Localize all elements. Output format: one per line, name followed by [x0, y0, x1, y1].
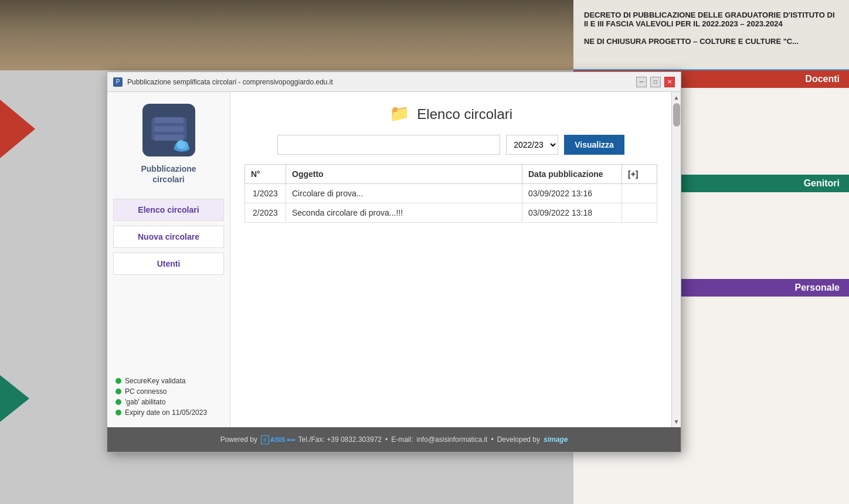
table-row[interactable]: 2/2023 Seconda circolare di prova...!!! …: [245, 203, 657, 223]
status-expiry: Expiry date on 11/05/2023: [116, 408, 222, 417]
cell-data: 03/09/2022 13:16: [522, 184, 622, 203]
col-header-data: Data pubblicazione: [522, 165, 622, 184]
cell-oggetto: Circolare di prova...: [286, 184, 522, 203]
icon-drawer-1: [154, 117, 184, 123]
table-header-row: N° Oggetto Data pubblicazione [+]: [245, 165, 657, 184]
circolari-table: N° Oggetto Data pubblicazione [+] 1/2023…: [244, 164, 657, 223]
svg-point-3: [176, 140, 185, 149]
scroll-thumb[interactable]: [673, 103, 680, 127]
status-section: SecureKey validata PC connesso 'gab' abi…: [107, 366, 230, 427]
cell-plus[interactable]: [622, 203, 657, 223]
cell-data: 03/09/2022 13:18: [522, 203, 622, 223]
separator: •: [491, 435, 493, 444]
status-dot-gab: [116, 399, 121, 405]
scrollbar[interactable]: ▲ ▼: [671, 92, 681, 427]
maximize-button[interactable]: □: [650, 77, 661, 87]
background-top-photo: [0, 0, 575, 70]
page-title: Elenco circolari: [417, 106, 512, 122]
status-securekey: SecureKey validata: [116, 377, 222, 385]
right-top-banner-bg: DECRETO DI PUBBLICAZIONE DELLE GRADUATOR…: [573, 0, 849, 70]
status-dot-expiry: [116, 410, 121, 416]
app-favicon: P: [113, 77, 123, 87]
modal-body: Pubblicazione circolari Elenco circolari…: [107, 92, 681, 427]
email-address: info@asisinformatica.it: [417, 435, 488, 444]
minimize-button[interactable]: ─: [636, 77, 647, 87]
status-gab: 'gab' abilitato: [116, 398, 222, 406]
search-row: 2022/23 2021/22 2020/21 Visualizza: [244, 135, 657, 155]
status-pc: PC connesso: [116, 387, 222, 396]
modal-window: P Pubblicazione semplificata circolari -…: [107, 71, 681, 452]
col-header-oggetto: Oggetto: [286, 165, 522, 184]
app-title: Pubblicazione circolari: [141, 164, 196, 185]
window-controls: ─ □ ✕: [636, 77, 675, 87]
powered-by-label: Powered by: [220, 435, 257, 444]
page-icon: 📁: [389, 104, 410, 122]
icon-drawer-2: [154, 126, 184, 132]
simage-logo: simage: [544, 435, 568, 444]
modal-footer: Powered by ≡ ASIS ⟺ Tel./Fax: +39 0832.3…: [107, 427, 681, 452]
cell-oggetto: Seconda circolare di prova...!!!: [286, 203, 522, 223]
asis-logo: ≡ ASIS ⟺: [261, 435, 295, 444]
tel-fax: Tel./Fax: +39 0832.303972: [298, 435, 382, 444]
nav-utenti[interactable]: Utenti: [113, 253, 223, 275]
cloud-icon: [173, 140, 191, 152]
decoration-green-triangle: [0, 375, 29, 422]
app-icon: [142, 104, 195, 156]
page-title-area: 📁 Elenco circolari: [244, 104, 657, 123]
table-row[interactable]: 1/2023 Circolare di prova... 03/09/2022 …: [245, 184, 657, 203]
col-header-plus: [+]: [622, 165, 657, 184]
search-input[interactable]: [277, 135, 500, 155]
nav-nuova-circolare[interactable]: Nuova circolare: [113, 226, 223, 248]
cell-plus[interactable]: [622, 184, 657, 203]
year-select[interactable]: 2022/23 2021/22 2020/21: [506, 135, 558, 155]
cell-num: 2/2023: [245, 203, 286, 223]
separator: •: [385, 435, 388, 444]
status-dot-securekey: [116, 378, 121, 384]
cell-num: 1/2023: [245, 184, 286, 203]
title-bar: P Pubblicazione semplificata circolari -…: [107, 72, 681, 92]
email-label: E-mail:: [391, 435, 413, 444]
status-dot-pc: [116, 389, 121, 394]
nav-elenco-circolari[interactable]: Elenco circolari: [113, 199, 223, 221]
left-sidebar: Pubblicazione circolari Elenco circolari…: [107, 92, 230, 427]
main-content: 📁 Elenco circolari 2022/23 2021/22 2020/…: [230, 92, 671, 427]
window-title: Pubblicazione semplificata circolari - c…: [127, 78, 636, 86]
decoration-red-triangle: [0, 100, 35, 158]
right-top-banner-text: DECRETO DI PUBBLICAZIONE DELLE GRADUATOR…: [579, 6, 843, 50]
visualizza-button[interactable]: Visualizza: [564, 135, 624, 155]
close-button[interactable]: ✕: [664, 77, 675, 87]
icon-filing-cabinet: [151, 118, 186, 140]
col-header-num: N°: [245, 165, 286, 184]
developed-by-label: Developed by: [497, 435, 540, 444]
